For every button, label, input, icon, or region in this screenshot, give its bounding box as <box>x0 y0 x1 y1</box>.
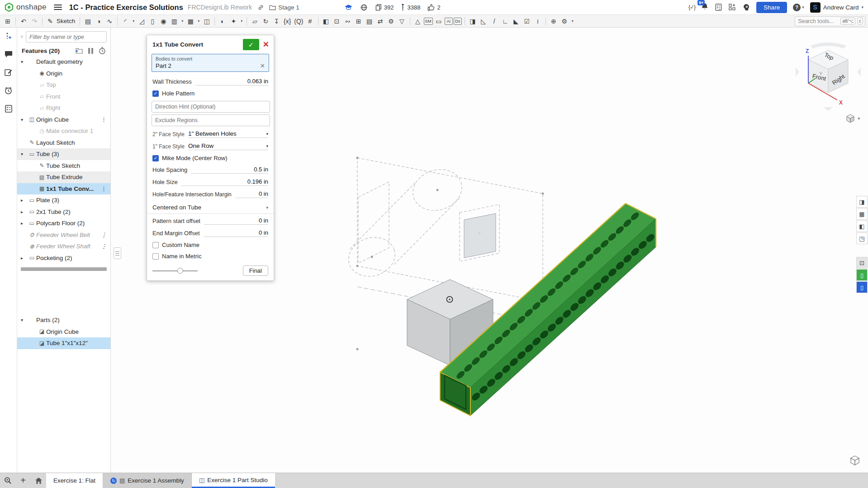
sweep-icon[interactable]: ∿ <box>104 16 114 26</box>
trim-icon[interactable]: / <box>489 16 499 26</box>
tree-item-plate-folder[interactable]: ▸ Plate (3) <box>17 194 110 206</box>
boolean-icon[interactable]: ◐ <box>218 16 228 26</box>
tree-item-feeder-wheel-shaft[interactable]: Feeder Wheel Shaft ⋮ <box>17 241 110 252</box>
name-in-metric-checkbox-row[interactable]: Name in Metric <box>147 251 274 262</box>
view-options-icon[interactable]: ⚙ <box>560 16 569 26</box>
hole-icon[interactable]: ◉ <box>158 16 168 26</box>
feature-checklist-icon[interactable] <box>4 104 14 114</box>
separator[interactable] <box>15 17 16 25</box>
tree-item-tube-extrude[interactable]: Tube Extrude <box>17 171 110 183</box>
feature-list-icon[interactable]: ⊞ <box>3 16 13 26</box>
frame-icon[interactable]: ▭ <box>434 16 444 26</box>
panel-resize-handle[interactable] <box>114 247 121 259</box>
final-button[interactable]: Final <box>243 265 268 276</box>
face1-style-select[interactable]: One Row▾ <box>188 142 268 150</box>
pattern-dropdown-icon[interactable]: ▾ <box>196 16 201 26</box>
separator[interactable] <box>247 17 247 25</box>
tab-exercise-1-assembly[interactable]: ↻ ▤ Exercise 1 Assembly <box>103 473 192 488</box>
filter-input[interactable] <box>26 31 107 43</box>
tree-item-2x1-tube-folder[interactable]: ▸ 2x1 Tube (2) <box>17 206 110 218</box>
revolve-icon[interactable]: ◑ <box>94 16 104 26</box>
exclude-regions-input[interactable] <box>152 114 270 126</box>
hole-size-input[interactable]: 0.196 in <box>181 178 268 186</box>
part-item-tube-1x1x12[interactable]: Tube 1"x1"x12" <box>17 337 110 349</box>
notifications-button[interactable]: 9+ <box>701 3 708 12</box>
separator[interactable] <box>80 17 80 25</box>
tree-item-pocketing-folder[interactable]: ▸ Pocketing (2) <box>17 252 110 264</box>
thicken-icon[interactable]: ▥ <box>169 16 179 26</box>
configurations-button[interactable]: ◧ <box>856 220 868 232</box>
check-doc-icon[interactable]: ☑ <box>522 16 532 26</box>
fillet-dropdown-icon[interactable]: ▾ <box>131 16 136 26</box>
separator[interactable] <box>410 17 410 25</box>
tree-item-top[interactable]: Top <box>17 79 110 91</box>
separator[interactable] <box>465 17 465 25</box>
hole-pattern-checkbox[interactable]: ✓ <box>152 90 159 97</box>
ai-icon[interactable]: Ai <box>445 18 453 25</box>
menu-icon[interactable] <box>54 5 62 10</box>
appearance-panel-button[interactable]: ◨ <box>856 196 868 208</box>
slider-thumb[interactable] <box>177 268 183 274</box>
tool-search[interactable]: Search tools... alt/⌥ c <box>795 16 865 26</box>
extrude-icon[interactable]: ▤ <box>83 16 93 26</box>
hole-spacing-input[interactable]: 0.5 in <box>191 166 268 174</box>
end-margin-offset-input[interactable]: 0 in <box>204 229 268 237</box>
chamfer-icon[interactable]: ◿ <box>137 16 147 26</box>
assembly-robot-icon[interactable]: ⊡ <box>332 16 342 26</box>
gear-icon[interactable]: ⚙ <box>386 16 396 26</box>
breadcrumb[interactable]: Stage 1 <box>269 4 299 11</box>
rollback-timer-icon[interactable] <box>99 47 106 54</box>
green-docs-panel-button[interactable]: ▯ <box>856 269 868 281</box>
centering-select[interactable]: Centered on Tube▾ <box>147 201 274 214</box>
tree-expand-icon[interactable]: ▸ <box>21 198 28 203</box>
ds-icon[interactable]: Ds <box>454 18 462 25</box>
robot-helper-button[interactable]: ⊡ <box>856 257 868 269</box>
tab-exercise-1-flat[interactable]: Exercise 1: Flat <box>46 473 103 488</box>
tree-expand-icon[interactable]: ▸ <box>21 221 28 226</box>
tree-item-mate-connector-1[interactable]: Mate connector 1 <box>17 125 110 137</box>
tree-item-right[interactable]: Right <box>17 102 110 114</box>
corner-icon[interactable]: ◣ <box>511 16 521 26</box>
redo-icon[interactable]: ↷ <box>29 16 39 26</box>
tree-item-1x1-tube-convert[interactable]: 1x1 Tube Conv... ⋮ <box>17 183 110 195</box>
apps-grid-button[interactable] <box>728 3 736 11</box>
rib-icon[interactable]: ∟ <box>500 16 510 26</box>
tree-item-origin-cube[interactable]: ▾ Origin Cube ⋮ <box>17 114 110 126</box>
tree-item-menu-icon[interactable]: ⋮ <box>99 232 109 238</box>
home-icon[interactable] <box>31 473 46 488</box>
separator[interactable] <box>545 17 546 25</box>
custom-name-checkbox-row[interactable]: Custom Name <box>147 239 274 251</box>
filter-funnel-icon[interactable]: ▽ <box>397 16 407 26</box>
mike-mode-checkbox-row[interactable]: ✓ Mike Mode (Center Row) <box>147 152 274 164</box>
cancel-button[interactable]: ✕ <box>263 41 269 48</box>
document-icon[interactable]: ▤ <box>365 16 375 26</box>
sketch-plane[interactable] <box>464 213 496 258</box>
learning-center-button[interactable] <box>742 3 750 11</box>
separator[interactable] <box>42 17 43 25</box>
helix-icon[interactable]: ↻ <box>261 16 270 26</box>
part-icon[interactable]: ◧ <box>321 16 331 26</box>
edit-notes-icon[interactable] <box>4 67 14 77</box>
add-tab-icon[interactable]: + <box>15 473 31 488</box>
tree-item-menu-icon[interactable]: ⋮ <box>99 185 109 192</box>
onshape-logo[interactable]: onshape <box>5 3 47 12</box>
user-menu[interactable]: S Andrew Card ▾ <box>810 2 863 13</box>
tree-item-origin[interactable]: Origin <box>17 68 110 80</box>
tasks-list-button[interactable] <box>714 3 722 11</box>
robot-icon[interactable]: ⊞ <box>354 16 364 26</box>
transform-icon[interactable]: ⇄ <box>375 16 385 26</box>
versions-history-icon[interactable] <box>4 85 14 95</box>
sketch-icon[interactable]: ✎ <box>45 16 55 26</box>
tree-item-front[interactable]: Front <box>17 91 110 103</box>
intersection-margin-input[interactable]: 0 in <box>235 190 268 198</box>
mirror-icon[interactable]: ◫ <box>202 16 212 26</box>
plane-icon[interactable]: ▱ <box>250 16 260 26</box>
part-item-origin-cube[interactable]: Origin Cube <box>17 326 110 338</box>
tree-item-default-geometry[interactable]: ▾ Default geometry <box>17 56 110 68</box>
thicken-sheet-icon[interactable]: ◨ <box>468 16 478 26</box>
code-check-icon[interactable]: {✓} <box>688 4 695 10</box>
sheet-metal-icon[interactable]: SM <box>424 18 433 25</box>
help-menu[interactable]: ? ▾ <box>793 4 804 11</box>
tree-expand-icon[interactable]: ▾ <box>21 152 28 156</box>
direction-hint-input[interactable] <box>152 101 270 113</box>
